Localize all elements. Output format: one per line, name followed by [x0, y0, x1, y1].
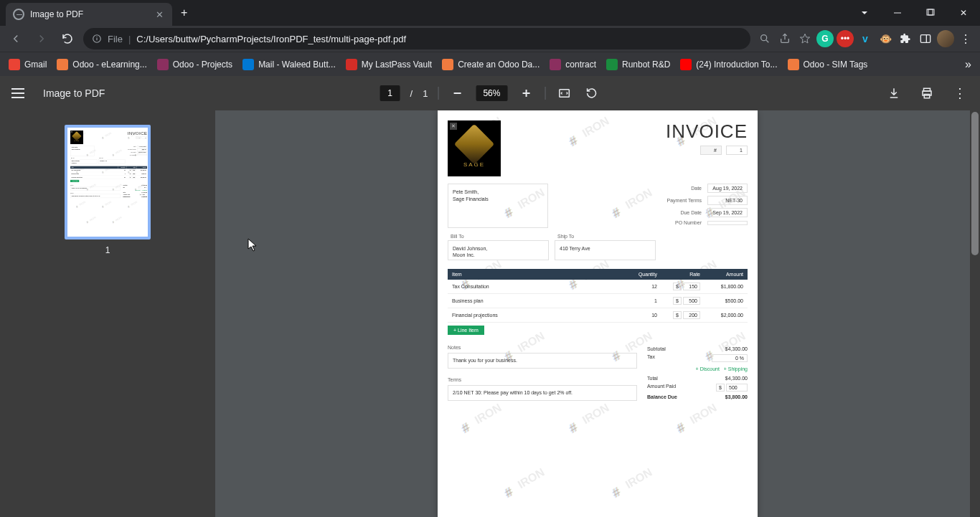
add-shipping-link[interactable]: + Shipping: [141, 190, 147, 191]
browser-tab[interactable]: Image to PDF ✕: [6, 3, 172, 26]
shipto-box: 410 Terry Ave: [555, 240, 656, 260]
watermark: IRON: [101, 200, 112, 208]
rotate-button[interactable]: [583, 85, 600, 102]
share-icon[interactable]: [776, 30, 793, 47]
bookmark-star-icon[interactable]: [796, 30, 814, 47]
bookmark-favicon: [346, 59, 357, 70]
bookmark-label: Runbot R&D: [622, 60, 670, 70]
pdf-viewer: IRON IRON IRON IRON IRON IRON IRON IRON …: [0, 110, 980, 517]
grammarly-ext-icon[interactable]: G: [816, 30, 834, 47]
terms-box: 2/10 NET 30: Please pay within 10 days t…: [70, 194, 121, 198]
info-icon: [92, 34, 102, 44]
add-line-item-button[interactable]: + Line Item: [448, 326, 484, 335]
shipto-label: Ship To: [557, 234, 656, 239]
reload-button[interactable]: [57, 29, 77, 49]
bookmark-item[interactable]: Runbot R&D: [606, 59, 670, 70]
zoom-in-button[interactable]: [517, 85, 534, 102]
add-line-item-button[interactable]: + Line Item: [70, 180, 79, 182]
zoom-icon[interactable]: [756, 30, 773, 47]
add-discount-link[interactable]: + Discount: [696, 366, 720, 371]
close-tab-button[interactable]: ✕: [154, 8, 165, 22]
watermark: IRON: [674, 402, 720, 435]
vertical-scrollbar[interactable]: [970, 110, 980, 517]
invoice-number-hash: #: [700, 146, 722, 155]
profile-avatar[interactable]: [937, 30, 954, 47]
col-amount: Amount: [705, 269, 748, 280]
window-titlebar: Image to PDF ✕ + ✕: [0, 0, 980, 26]
scrollbar-thumb[interactable]: [971, 112, 979, 255]
bookmark-item[interactable]: Odoo - SIM Tags: [788, 59, 868, 70]
table-row: Financial projections10$200$2,000.00: [448, 308, 748, 323]
remove-logo-icon[interactable]: ✕: [450, 123, 457, 130]
pdf-canvas[interactable]: IRON IRON IRON IRON IRON IRON IRON IRON …: [215, 110, 980, 517]
bookmark-item[interactable]: Gmail: [9, 59, 47, 70]
col-qty: Quantity: [626, 269, 661, 280]
summary-box: Subtotal$4,300.00 Tax0 % + Discount + Sh…: [647, 345, 748, 401]
bookmark-item[interactable]: Odoo - eLearning...: [57, 59, 146, 70]
add-shipping-link[interactable]: + Shipping: [724, 366, 748, 371]
bookmark-favicon: [788, 59, 799, 70]
svg-rect-2: [928, 9, 934, 15]
bookmark-item[interactable]: Create an Odoo Da...: [442, 59, 540, 70]
invoice-meta: DateAug 19, 2022 Payment TermsNET-30 Due…: [651, 184, 748, 228]
sidepanel-icon[interactable]: [917, 30, 934, 47]
notes-box: Thank you for your business.: [70, 186, 121, 190]
tab-search-icon[interactable]: [848, 0, 881, 26]
bookmark-item[interactable]: (24) Introduction To...: [680, 59, 777, 70]
monkey-ext-icon[interactable]: 🐵: [877, 30, 894, 47]
pdf-page: IRON IRON IRON IRON IRON IRON IRON IRON …: [438, 110, 758, 517]
sidebar-toggle-button[interactable]: [11, 85, 29, 102]
bookmark-item[interactable]: Mail - Waleed Butt...: [242, 59, 336, 70]
new-tab-button[interactable]: +: [181, 6, 187, 19]
minimize-button[interactable]: [881, 0, 914, 26]
chrome-menu-icon[interactable]: ⋮: [957, 30, 974, 47]
remove-logo-icon[interactable]: ✕: [71, 131, 72, 133]
billto-label: Bill To: [451, 234, 549, 239]
table-row: Business plan1$500$500.00: [448, 294, 748, 308]
svg-point-5: [96, 37, 97, 37]
from-company: Sage Financials: [72, 148, 93, 150]
fit-page-button[interactable]: [555, 85, 573, 102]
invoice-number-value: 1: [726, 146, 748, 155]
invoice-logo: ✕ SAGE: [448, 120, 501, 176]
watermark: IRON: [502, 466, 547, 500]
invoice-logo: ✕ SAGE: [70, 131, 83, 144]
bookmark-label: contract: [565, 60, 596, 70]
url-prefix: File: [108, 34, 123, 44]
invoice-number-value: 1: [142, 136, 147, 138]
bookmark-item[interactable]: contract: [550, 59, 596, 70]
url-input[interactable]: File | C:/Users/buttw/PycharmProjects/Ir…: [83, 28, 750, 49]
terms-label: Terms: [448, 377, 637, 382]
from-company: Sage Financials: [453, 196, 543, 203]
add-discount-link[interactable]: + Discount: [135, 190, 141, 191]
url-path: C:/Users/buttw/PycharmProjects/IronPDF_t…: [136, 34, 406, 44]
table-row: Tax Consultation12$150$1,800.00: [448, 280, 748, 294]
forward-button[interactable]: [32, 29, 52, 49]
line-items-table: Item Quantity Rate Amount Tax Consultati…: [448, 269, 748, 323]
close-window-button[interactable]: ✕: [947, 0, 980, 26]
bookmark-item[interactable]: Odoo - Projects: [157, 59, 232, 70]
invoice-number-hash: #: [136, 136, 141, 138]
bookmarks-overflow-icon[interactable]: »: [965, 58, 971, 71]
bookmark-item[interactable]: My LastPass Vault: [346, 59, 432, 70]
extensions-icon[interactable]: [897, 30, 914, 47]
current-page-input[interactable]: [380, 85, 400, 101]
page-thumbnail[interactable]: IRON IRON IRON IRON IRON IRON IRON IRON …: [65, 125, 151, 239]
back-button[interactable]: [6, 29, 26, 49]
download-button[interactable]: [885, 85, 903, 102]
lastpass-ext-icon[interactable]: •••: [837, 30, 854, 47]
invoice-meta: DateAug 19, 2022 Payment TermsNET-30 Due…: [124, 146, 147, 156]
pdf-more-icon[interactable]: ⋮: [951, 85, 969, 102]
zoom-out-button[interactable]: [448, 85, 466, 102]
terms-box: 2/10 NET 30: Please pay within 10 days t…: [448, 385, 637, 401]
summary-box: Subtotal$4,300.00 Tax0 % + Discount + Sh…: [123, 184, 147, 198]
watermark: IRON: [610, 466, 655, 500]
print-button[interactable]: [918, 85, 936, 102]
notes-label: Notes: [448, 345, 637, 350]
pdf-toolbar: Image to PDF / 1 56% ⋮: [0, 76, 980, 110]
bookmark-favicon: [550, 59, 561, 70]
watermark: IRON: [459, 402, 504, 435]
vimeo-ext-icon[interactable]: v: [857, 30, 874, 47]
thumbnail-label: 1: [105, 245, 110, 255]
maximize-button[interactable]: [914, 0, 947, 26]
